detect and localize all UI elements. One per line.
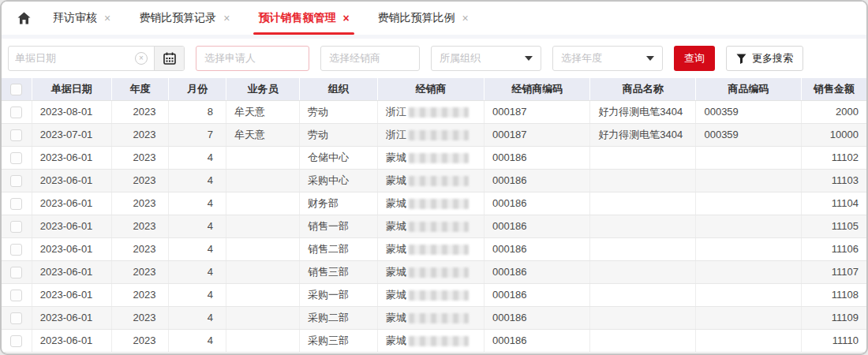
table-row[interactable]: 2023-06-01 2023 4 采购一部 蒙城 000186 11108 — [2, 283, 866, 306]
cell-dealer-code: 000186 — [485, 260, 590, 283]
cell-month: 4 — [169, 192, 226, 215]
row-checkbox[interactable] — [10, 152, 22, 164]
table-row[interactable]: 2023-06-01 2023 4 销售一部 蒙城 000186 11105 — [2, 215, 866, 237]
dealer-name-prefix: 浙江 — [386, 106, 406, 118]
cell-product-code — [696, 237, 801, 260]
tab-projected-sales-management[interactable]: 预计销售额管理 × — [244, 2, 363, 35]
table-row[interactable]: 2023-06-01 2023 4 销售二部 蒙城 000186 11106 — [2, 237, 866, 260]
clear-icon[interactable]: × — [135, 52, 148, 65]
close-icon[interactable]: × — [223, 13, 230, 24]
cell-product-name — [590, 146, 696, 169]
more-search-label: 更多搜索 — [752, 51, 793, 65]
org-select[interactable]: 所属组织 — [431, 46, 541, 71]
dealer-input[interactable]: 选择经销商 — [320, 46, 420, 71]
cell-dealer: 蒙城 — [377, 283, 484, 306]
date-filter-group: 单据日期 × — [8, 46, 185, 71]
row-checkbox[interactable] — [10, 221, 22, 233]
applicant-placeholder: 选择申请人 — [204, 51, 301, 65]
cell-checkbox — [2, 306, 32, 329]
row-checkbox[interactable] — [10, 312, 22, 324]
row-checkbox[interactable] — [10, 198, 22, 210]
tab-visit-review[interactable]: 拜访审核 × — [39, 2, 125, 35]
cell-year: 2023 — [111, 260, 169, 283]
cell-dealer: 蒙城 — [377, 306, 484, 329]
dealer-placeholder: 选择经销商 — [329, 51, 411, 65]
cell-product-name — [590, 192, 696, 215]
row-checkbox[interactable] — [10, 106, 22, 118]
date-input[interactable]: 单据日期 × — [9, 47, 154, 70]
cell-dealer-code: 000186 — [485, 146, 590, 169]
cell-product-name — [590, 215, 696, 237]
table-row[interactable]: 2023-08-01 2023 8 牟天意 劳动 浙江 000187 好力得测电… — [2, 100, 866, 123]
home-tab[interactable] — [9, 2, 39, 35]
cell-checkbox — [2, 329, 32, 352]
row-checkbox[interactable] — [10, 290, 22, 301]
filter-bar: 单据日期 × 选择申请人 选择经销商 所属组织 选择年度 查询 更多搜索 — [2, 39, 866, 78]
table-row[interactable]: 2023-07-01 2023 7 牟天意 劳动 浙江 000187 好力得测电… — [2, 123, 866, 146]
tab-label: 费销比预算记录 — [139, 11, 216, 25]
cell-salesperson — [226, 215, 300, 237]
redacted-text — [409, 290, 469, 301]
table-row[interactable]: 2023-06-01 2023 4 财务部 蒙城 000186 11104 — [2, 192, 866, 215]
row-checkbox[interactable] — [10, 175, 22, 187]
select-all-checkbox[interactable] — [10, 84, 22, 95]
cell-product-name — [590, 237, 696, 260]
cell-org: 仓储中心 — [299, 146, 377, 169]
cell-product-name — [590, 306, 696, 329]
cell-month: 4 — [169, 169, 226, 192]
search-button[interactable]: 查询 — [674, 46, 715, 71]
cell-org: 劳动 — [299, 123, 377, 146]
row-checkbox[interactable] — [10, 244, 22, 256]
cell-dealer-code: 000186 — [485, 283, 590, 306]
tab-expense-budget-ratio[interactable]: 费销比预算比例 × — [364, 2, 483, 35]
cell-month: 4 — [169, 215, 226, 237]
row-checkbox[interactable] — [10, 267, 22, 278]
close-icon[interactable]: × — [462, 13, 469, 24]
cell-date: 2023-08-01 — [32, 100, 111, 123]
applicant-input[interactable]: 选择申请人 — [196, 46, 309, 71]
tab-label: 费销比预算比例 — [378, 11, 455, 25]
cell-product-name — [590, 283, 696, 306]
cell-product-code — [696, 283, 801, 306]
redacted-text — [409, 199, 469, 209]
cell-dealer-code: 000186 — [485, 215, 590, 237]
redacted-text — [409, 107, 469, 118]
cell-year: 2023 — [111, 329, 169, 352]
cell-dealer: 浙江 — [377, 123, 484, 146]
date-placeholder: 单据日期 — [15, 51, 135, 65]
cell-date: 2023-06-01 — [32, 306, 111, 329]
cell-year: 2023 — [111, 146, 169, 169]
table-row[interactable]: 2023-06-01 2023 4 采购三部 蒙城 000186 11110 — [2, 329, 866, 352]
cell-month: 8 — [169, 100, 226, 123]
calendar-button[interactable] — [154, 47, 184, 70]
year-select[interactable]: 选择年度 — [552, 46, 663, 71]
calendar-icon — [163, 52, 176, 65]
dealer-name-prefix: 蒙城 — [386, 174, 406, 186]
cell-date: 2023-06-01 — [32, 169, 111, 192]
app-window: 拜访审核 × 费销比预算记录 × 预计销售额管理 × 费销比预算比例 × 单据日… — [0, 0, 868, 355]
row-checkbox[interactable] — [10, 335, 22, 347]
more-search-button[interactable]: 更多搜索 — [726, 46, 803, 71]
cell-product-code — [696, 215, 801, 237]
cell-product-name — [590, 260, 696, 283]
cell-checkbox — [2, 146, 32, 169]
cell-dealer: 蒙城 — [377, 146, 484, 169]
cell-org: 采购二部 — [299, 306, 377, 329]
redacted-text — [409, 245, 469, 255]
close-icon[interactable]: × — [342, 13, 349, 24]
cell-amount: 2000 — [801, 100, 866, 123]
table-row[interactable]: 2023-06-01 2023 4 采购中心 蒙城 000186 11103 — [2, 169, 866, 192]
table-row[interactable]: 2023-06-01 2023 4 采购二部 蒙城 000186 11109 — [2, 306, 866, 329]
cell-date: 2023-06-01 — [32, 215, 111, 237]
filter-funnel-icon — [736, 54, 746, 64]
tab-expense-budget-record[interactable]: 费销比预算记录 × — [125, 2, 244, 35]
redacted-text — [409, 176, 469, 186]
cell-org: 销售二部 — [299, 237, 377, 260]
table-row[interactable]: 2023-06-01 2023 4 仓储中心 蒙城 000186 11102 — [2, 146, 866, 169]
close-icon[interactable]: × — [104, 13, 110, 24]
cell-product-code — [696, 260, 801, 283]
cell-month: 4 — [169, 283, 226, 306]
table-row[interactable]: 2023-06-01 2023 4 销售三部 蒙城 000186 11107 — [2, 260, 866, 283]
row-checkbox[interactable] — [10, 129, 22, 141]
cell-product-code — [696, 169, 801, 192]
